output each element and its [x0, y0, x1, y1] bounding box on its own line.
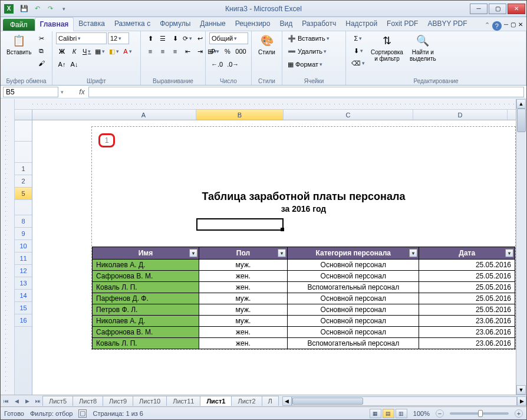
row-header[interactable]: 12	[15, 265, 32, 277]
sheet-tab[interactable]: Лист11	[166, 396, 200, 406]
close-button[interactable]: ✕	[508, 4, 525, 14]
delete-cells-button[interactable]: ➖ Удалить	[286, 45, 342, 57]
help-icon[interactable]: ?	[492, 21, 502, 31]
table-header[interactable]: Пол▾	[199, 247, 287, 260]
table-cell[interactable]: Основной персонал	[288, 327, 419, 338]
table-cell[interactable]: муж.	[199, 316, 287, 327]
table-cell[interactable]: муж.	[199, 260, 287, 271]
table-cell[interactable]: 25.05.2016	[419, 271, 515, 282]
row-header[interactable]	[15, 200, 32, 215]
select-all-corner[interactable]	[15, 110, 32, 120]
doc-close-button[interactable]: ✕	[518, 21, 523, 31]
sheet-canvas[interactable]: 1 Таблица заработной платы персонала за …	[32, 120, 516, 395]
comma-button[interactable]: 000	[234, 45, 248, 57]
align-right-button[interactable]: ≡	[169, 45, 181, 57]
row-header[interactable]: 5	[15, 188, 32, 200]
clear-button[interactable]: ⌫	[350, 57, 367, 69]
table-cell[interactable]: 23.06.2016	[419, 338, 515, 349]
table-row[interactable]: Сафронова В. М.жен.Основной персонал23.0…	[93, 327, 515, 338]
align-left-button[interactable]: ≡	[144, 45, 156, 57]
ribbon-tab-8[interactable]: Надстрой	[341, 17, 382, 31]
align-bottom-button[interactable]: ⬇	[169, 32, 181, 44]
doc-restore-button[interactable]: ▢	[510, 21, 516, 31]
insert-cells-button[interactable]: ➕ Вставить	[286, 32, 342, 44]
scroll-up-icon[interactable]: ▲	[516, 99, 526, 109]
table-cell[interactable]: 23.06.2016	[419, 327, 515, 338]
row-header[interactable]: 13	[15, 277, 32, 290]
scroll-thumb-v[interactable]	[517, 109, 526, 132]
row-header[interactable]: 9	[15, 228, 32, 240]
border-button[interactable]: ▦	[93, 45, 107, 57]
table-header[interactable]: Категория персонала▾	[288, 247, 419, 260]
ribbon-tab-1[interactable]: Вставка	[74, 17, 110, 31]
table-row[interactable]: Николаев А. Д.муж.Основной персонал23.06…	[93, 316, 515, 327]
name-box[interactable]: B5	[3, 87, 58, 97]
filter-dropdown-icon[interactable]: ▾	[189, 249, 197, 257]
ribbon-tab-6[interactable]: Вид	[275, 17, 297, 31]
row-header[interactable]: 10	[15, 240, 32, 252]
row-header[interactable]: 15	[15, 302, 32, 314]
scroll-right-icon[interactable]: ▶	[517, 396, 526, 406]
view-page-break-button[interactable]: ▥	[396, 409, 407, 418]
tab-last-icon[interactable]: ⏭	[32, 396, 43, 406]
row-header[interactable]: 1	[15, 163, 32, 175]
grow-font-button[interactable]: A↑	[56, 58, 68, 70]
zoom-in-button[interactable]: +	[515, 409, 523, 418]
underline-button[interactable]: Ч	[81, 45, 93, 57]
italic-button[interactable]: К	[68, 45, 80, 57]
scrollbar-horizontal[interactable]: ◀ ▶	[282, 396, 526, 406]
ribbon-tab-0[interactable]: Главная	[35, 17, 74, 31]
tab-next-icon[interactable]: ▶	[22, 396, 32, 406]
row-header[interactable]: 16	[15, 314, 32, 327]
table-cell[interactable]: Основной персонал	[288, 304, 419, 316]
filter-dropdown-icon[interactable]: ▾	[409, 249, 417, 257]
decrease-decimal-button[interactable]: .0→	[225, 58, 241, 70]
ribbon-tab-5[interactable]: Рецензиро	[230, 17, 275, 31]
row-header[interactable]: 2	[15, 175, 32, 188]
sheet-tab[interactable]: Л	[262, 396, 279, 406]
table-cell[interactable]: Основной персонал	[288, 316, 419, 327]
fill-button[interactable]: ⬇	[350, 45, 367, 57]
table-row[interactable]: Николаев А. Д.муж.Основной персонал25.05…	[93, 260, 515, 271]
ribbon-tab-2[interactable]: Разметка с	[110, 17, 155, 31]
font-color-button[interactable]: A	[121, 45, 133, 57]
sheet-tab[interactable]: Лист8	[73, 396, 103, 406]
scroll-left-icon[interactable]: ◀	[282, 396, 292, 406]
table-header[interactable]: Дата▾	[419, 247, 515, 260]
table-cell[interactable]: Вспомогательный персонал	[288, 338, 419, 349]
table-cell[interactable]: Основной персонал	[288, 271, 419, 282]
fill-color-button[interactable]: ◧	[107, 45, 121, 57]
column-header-a[interactable]: A	[91, 110, 196, 120]
ribbon-tab-10[interactable]: ABBYY PDF	[423, 17, 472, 31]
minimize-button[interactable]: ─	[470, 4, 488, 14]
tab-first-icon[interactable]: ⏮	[1, 396, 11, 406]
table-cell[interactable]: 25.05.2016	[419, 282, 515, 293]
table-cell[interactable]: Коваль Л. П.	[93, 338, 199, 349]
font-size-combo[interactable]: 12	[108, 32, 129, 44]
column-header-d[interactable]: D	[413, 110, 508, 120]
table-cell[interactable]: Коваль Л. П.	[93, 282, 199, 293]
bold-button[interactable]: Ж	[56, 45, 68, 57]
namebox-dropdown-icon[interactable]: ▾	[61, 89, 64, 95]
view-page-layout-button[interactable]: ▤	[383, 409, 394, 418]
table-cell[interactable]: 23.06.2016	[419, 316, 515, 327]
format-painter-button[interactable]: 🖌	[35, 57, 47, 69]
wrap-text-button[interactable]: ↩	[194, 32, 206, 44]
table-cell[interactable]: Основной персонал	[288, 293, 419, 304]
find-select-button[interactable]: 🔍 Найти и выделить	[407, 32, 439, 63]
scroll-thumb-h[interactable]	[292, 398, 363, 405]
tab-prev-icon[interactable]: ◀	[11, 396, 22, 406]
cut-button[interactable]: ✂	[35, 32, 47, 44]
table-cell[interactable]: жен.	[199, 271, 287, 282]
filter-dropdown-icon[interactable]: ▾	[505, 249, 513, 257]
table-cell[interactable]: Петров Ф. Л.	[93, 304, 199, 316]
table-cell[interactable]: Сафронова В. М.	[93, 327, 199, 338]
autosum-button[interactable]: Σ	[350, 32, 367, 44]
sheet-tab[interactable]: Лист10	[133, 396, 167, 406]
indent-decrease-button[interactable]: ⇤	[182, 45, 193, 57]
table-cell[interactable]: Николаев А. Д.	[93, 260, 199, 271]
currency-button[interactable]: ₽	[209, 45, 221, 57]
table-row[interactable]: Сафронова В. М.жен.Основной персонал25.0…	[93, 271, 515, 282]
table-cell[interactable]: Николаев А. Д.	[93, 316, 199, 327]
table-cell[interactable]: Основной персонал	[288, 260, 419, 271]
